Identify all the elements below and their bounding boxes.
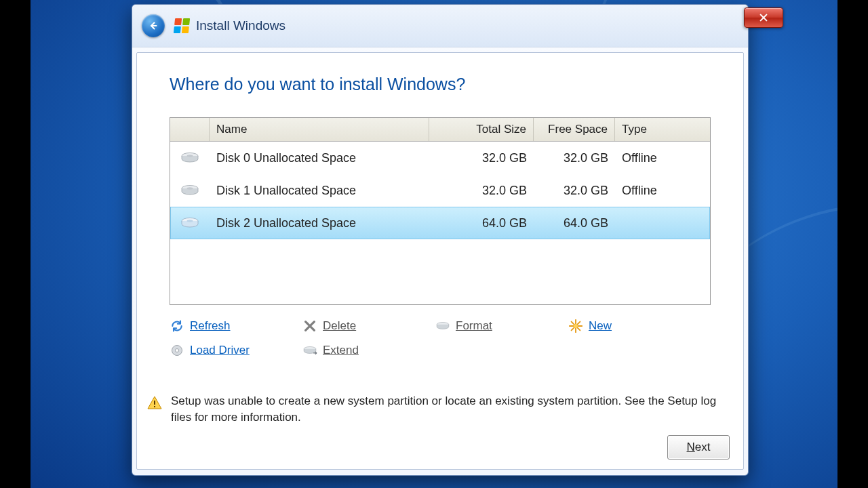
disk-total: 32.0 GB — [429, 184, 534, 198]
load-driver-label: Load Driver — [190, 344, 250, 357]
new-label: New — [589, 319, 612, 333]
header-type[interactable]: Type — [615, 118, 710, 141]
refresh-label: Refresh — [190, 319, 231, 333]
disk-name: Disk 0 Unallocated Space — [210, 151, 429, 165]
disk-name: Disk 2 Unallocated Space — [210, 216, 429, 230]
next-label-rest: ext — [695, 441, 711, 453]
disk-row[interactable]: Disk 2 Unallocated Space 64.0 GB 64.0 GB — [170, 207, 710, 239]
disk-free: 64.0 GB — [534, 216, 615, 230]
disk-row[interactable]: Disk 1 Unallocated Space 32.0 GB 32.0 GB… — [170, 174, 710, 207]
disk-free: 32.0 GB — [534, 151, 615, 165]
hard-drive-icon — [180, 216, 200, 230]
next-button[interactable]: Next — [667, 435, 730, 460]
disk-free: 32.0 GB — [534, 184, 615, 198]
close-icon — [759, 13, 768, 22]
header-name[interactable]: Name — [210, 118, 429, 141]
load-driver-action[interactable]: Load Driver — [170, 343, 302, 358]
install-windows-window: Install Windows Where do you want to ins… — [132, 4, 749, 476]
load-driver-icon — [170, 343, 184, 358]
warning-message: Setup was unable to create a new system … — [146, 393, 734, 426]
close-button[interactable] — [744, 7, 783, 28]
svg-point-13 — [176, 349, 179, 352]
window-title: Install Windows — [196, 18, 285, 33]
warning-text: Setup was unable to create a new system … — [171, 393, 734, 426]
refresh-icon — [170, 319, 184, 333]
disk-table-body: Disk 0 Unallocated Space 32.0 GB 32.0 GB… — [170, 142, 710, 304]
disk-table-header: Name Total Size Free Space Type — [170, 118, 710, 142]
delete-icon — [302, 319, 317, 333]
disk-total: 64.0 GB — [429, 216, 534, 230]
titlebar: Install Windows — [132, 5, 748, 47]
format-action[interactable]: Format — [435, 319, 568, 333]
disk-total: 32.0 GB — [429, 151, 534, 165]
new-icon — [568, 319, 583, 333]
page-heading: Where do you want to install Windows? — [170, 75, 711, 94]
format-icon — [435, 319, 450, 333]
hard-drive-icon — [180, 184, 200, 197]
content-area: Where do you want to install Windows? Na… — [136, 52, 744, 470]
svg-rect-16 — [154, 406, 155, 407]
refresh-action[interactable]: Refresh — [170, 319, 302, 333]
drive-actions: Refresh Delete Format — [170, 319, 711, 358]
back-button[interactable] — [142, 14, 165, 37]
delete-label: Delete — [323, 319, 356, 333]
disk-table: Name Total Size Free Space Type — [170, 117, 711, 305]
disk-row[interactable]: Disk 0 Unallocated Space 32.0 GB 32.0 GB… — [170, 142, 710, 174]
warning-icon — [146, 394, 163, 415]
disk-type: Offline — [615, 184, 710, 198]
extend-action[interactable]: Extend — [302, 343, 435, 358]
delete-action[interactable]: Delete — [302, 319, 435, 333]
format-label: Format — [456, 319, 492, 333]
disk-type: Offline — [615, 151, 710, 165]
hard-drive-icon — [180, 151, 200, 165]
svg-point-5 — [187, 220, 193, 222]
header-free[interactable]: Free Space — [534, 118, 615, 141]
header-icon[interactable] — [170, 118, 210, 141]
svg-point-3 — [187, 187, 193, 189]
extend-label: Extend — [323, 344, 359, 357]
header-total[interactable]: Total Size — [429, 118, 534, 141]
new-action[interactable]: New — [568, 319, 701, 333]
svg-point-11 — [574, 324, 578, 328]
svg-point-1 — [187, 155, 193, 157]
windows-logo-icon — [174, 18, 190, 33]
disk-name: Disk 1 Unallocated Space — [210, 184, 429, 198]
svg-rect-15 — [154, 401, 155, 405]
back-arrow-icon — [147, 20, 159, 32]
extend-icon — [302, 343, 317, 358]
